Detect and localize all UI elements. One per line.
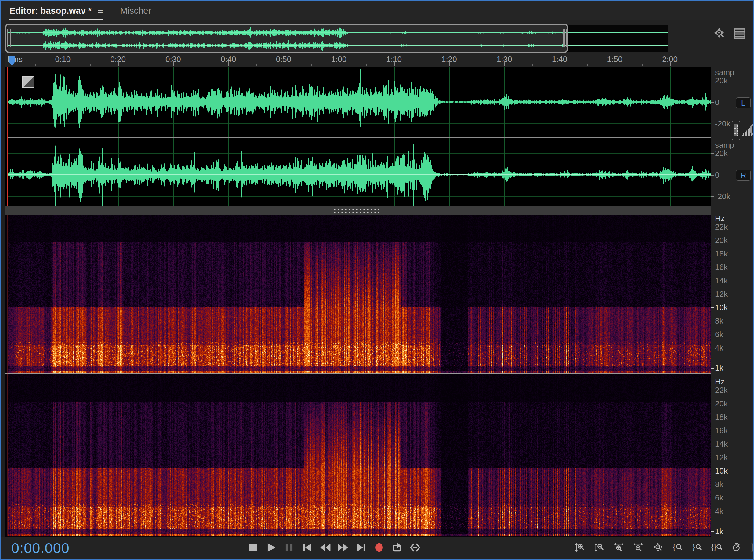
play-button[interactable] [265,541,278,554]
rewind-button[interactable] [319,541,331,554]
ruler-minor-tick [697,64,698,66]
spectrogram-display[interactable] [5,215,711,537]
timeline-ruler[interactable]: hms 0:100:200:300:400:501:001:101:201:30… [5,54,711,67]
zoom-in-vertical-button[interactable] [574,541,586,554]
skip-forward-button[interactable] [355,541,368,554]
frequency-scale-label: 20k [715,236,728,245]
scale-tick [711,153,714,154]
playhead-line[interactable] [7,67,8,206]
scale-gutter: samp20k0-20kLsamp20k0-20kR Hz22k20k18k16… [711,54,753,537]
frequency-scale-label: 8k [715,480,723,489]
ruler-minor-tick [477,64,477,66]
frequency-scale-label: 10k [715,466,728,476]
scale-tick [711,531,714,532]
editor-layout-icon [733,28,746,41]
record-icon [373,542,385,553]
pan-zoom-icon [713,27,727,41]
ruler-tick [339,61,340,66]
frequency-scale-label: 20k [715,399,728,408]
scale-tick [711,124,714,124]
panel-splitter[interactable] [5,206,753,215]
skip-selection-button[interactable] [409,541,422,554]
time-display[interactable]: 0:00.000 [11,540,69,556]
frequency-scale-label: 6k [715,493,723,503]
zoom-in-left-edge-button[interactable]: { [671,541,684,554]
stop-icon [247,542,259,553]
range-right-handle[interactable] [563,29,566,47]
zoom-out-horizontal-button[interactable] [632,541,645,554]
fast-forward-button[interactable] [337,541,349,554]
spectrogram-left-canvas[interactable] [8,215,711,373]
scale-tick [711,471,714,472]
skip-back-icon [301,542,313,553]
pause-icon [283,542,295,553]
editor-layout-button[interactable] [733,28,746,41]
tab-editor[interactable]: Editor: basop.wav * ≡ [1,1,112,20]
ruler-tick [504,61,505,66]
timed-record-button[interactable] [730,541,743,554]
waveform-display[interactable] [5,67,711,206]
zoom-out-full-icon [653,542,664,553]
zoom-out-vertical-button[interactable] [593,541,606,554]
pan-zoom-button[interactable] [713,27,727,41]
zoom-in-left-edge-icon: { [672,542,683,553]
stop-button[interactable] [247,541,260,554]
zoom-toolbar: {}{} [574,541,754,554]
zoom-out-full-button[interactable] [652,541,665,554]
range-left-handle[interactable] [7,29,11,47]
scale-tick [711,307,714,308]
zoom-vertical-disabled-button[interactable] [749,541,754,554]
playhead-marker[interactable] [8,57,15,66]
waveform-canvas[interactable] [8,67,711,206]
zoom-in-right-edge-button[interactable]: } [691,541,704,554]
vertical-scrollbar-handle[interactable] [732,121,740,140]
skip-forward-icon [355,542,367,553]
spectrogram-right-canvas[interactable] [8,374,711,536]
skip-selection-icon [409,542,421,553]
play-icon [265,542,277,553]
frequency-scale-label: 12k [715,453,728,462]
ruler-minor-tick [422,64,422,66]
frequency-scale-label: 4k [715,343,723,353]
channel-badge-R[interactable]: R [736,170,751,181]
rewind-icon [319,542,331,553]
ruler-minor-tick [146,64,146,66]
fast-forward-icon [337,542,349,553]
loop-icon [391,542,403,553]
ruler-tick [394,61,395,66]
status-bar: 0:00.000 {}{} [1,537,753,559]
fade-in-handle[interactable] [22,76,35,88]
loop-button[interactable] [391,541,404,554]
zoom-to-selection-button[interactable]: {} [710,541,723,554]
audition-window: Editor: basop.wav * ≡ Mischer [0,0,754,560]
panel-tabbar: Editor: basop.wav * ≡ Mischer [1,1,753,20]
zoom-in-vertical-icon [574,542,586,553]
amplitude-scale-label: 0 [715,171,719,180]
amplitude-scale-label: 20k [715,149,728,158]
ruler-minor-tick [256,64,257,66]
panel-menu-icon[interactable]: ≡ [98,5,103,16]
frequency-scale-label: 12k [715,289,728,299]
zoom-to-selection-icon: {} [711,542,722,553]
ruler-tick [63,61,63,66]
ruler-tick [228,61,229,66]
pause-button[interactable] [283,541,296,554]
ruler-minor-tick [532,64,533,66]
scale-tick [711,196,714,197]
frequency-scale-label: 14k [715,439,728,449]
frequency-scale-label: 14k [715,276,728,285]
record-button[interactable] [373,541,386,554]
ruler-minor-tick [201,64,202,66]
tab-mixer[interactable]: Mischer [112,1,160,20]
view-range-selector[interactable] [5,23,568,53]
zoom-in-horizontal-button[interactable] [613,541,626,554]
ruler-tick [615,61,615,66]
amplitude-scale-label: 20k [715,76,728,85]
channel-badge-L[interactable]: L [736,97,751,108]
skip-back-button[interactable] [301,541,313,554]
frequency-scale-label: 16k [715,263,728,272]
frequency-scale-label: 10k [715,303,728,312]
tab-mixer-label: Mischer [120,6,151,16]
ruler-tick [284,61,284,66]
tab-editor-label: Editor: basop.wav * [9,6,91,16]
